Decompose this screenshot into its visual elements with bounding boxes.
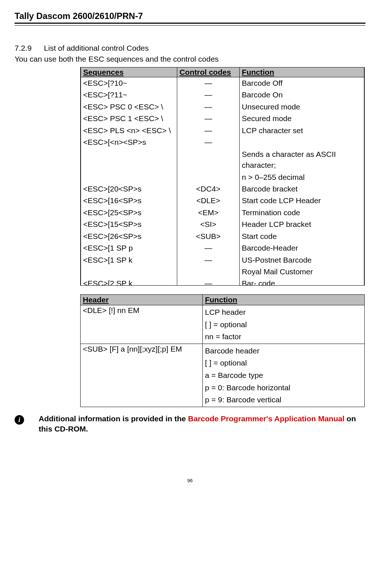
info-icon: i bbox=[15, 415, 24, 425]
control-codes-table: Sequences Control codes Function <ESC>[?… bbox=[81, 67, 364, 286]
table-row: <ESC>[1 SP p—Barcode-Header bbox=[81, 242, 364, 254]
info-note: i Additional information is provided in … bbox=[15, 414, 365, 434]
control-codes-table-wrap: Sequences Control codes Function <ESC>[?… bbox=[80, 67, 365, 286]
header-function-table: Header Function <DLE> [!] nn EM LCP head… bbox=[80, 294, 365, 407]
note-prefix: Additional information is provided in th… bbox=[39, 414, 188, 423]
header-rule bbox=[15, 23, 365, 26]
table-row: <ESC>[1 SP k—US-Postnet Barcode bbox=[81, 254, 364, 266]
table-row: <ESC>[15<SP>s<SI>Header LCP bracket bbox=[81, 218, 364, 230]
section-heading: 7.2.9 List of additional control Codes bbox=[15, 44, 365, 53]
function-cell: LCP header [ ] = optional nn = factor bbox=[202, 305, 364, 344]
col-sequences: Sequences bbox=[81, 67, 177, 77]
note-link[interactable]: Barcode Programmer's Application Manual bbox=[188, 414, 345, 423]
table-row: <ESC>[20<SP>s<DC4>Barcode bracket bbox=[81, 183, 364, 195]
table-row: <ESC>[16<SP>s<DLE>Start code LCP Header bbox=[81, 195, 364, 206]
document-header-title: Tally Dascom 2600/2610/PRN-7 bbox=[15, 11, 365, 21]
page-number: 96 bbox=[15, 478, 365, 483]
header-function-table-wrap: Header Function <DLE> [!] nn EM LCP head… bbox=[80, 294, 365, 407]
table-row: <ESC>[25<SP>s<EM>Termination code bbox=[81, 207, 364, 218]
table-row: <ESC>[26<SP>s<SUB>Start code bbox=[81, 231, 364, 242]
section-intro: You can use both the ESC sequences and t… bbox=[15, 55, 365, 63]
col-function: Function bbox=[202, 295, 364, 305]
header-cell: <DLE> [!] nn EM bbox=[81, 305, 203, 344]
table-row: n > 0–255 decimal bbox=[81, 171, 364, 183]
table-header-row: Header Function bbox=[81, 295, 365, 305]
col-header: Header bbox=[81, 295, 203, 305]
table-row: <ESC>[?11~—Barcode On bbox=[81, 89, 364, 101]
table-row: <ESC>[2 SP k—Bar- code bbox=[81, 278, 364, 286]
info-text: Additional information is provided in th… bbox=[39, 414, 365, 434]
section-number: 7.2.9 bbox=[15, 44, 32, 53]
table-row: <ESC>[<n><SP>s— bbox=[81, 136, 364, 148]
header-cell: <SUB> [F] a [nn][;xyz][;p] EM bbox=[81, 344, 203, 407]
table-row: <ESC> PLS <n> <ESC> \—LCP character set bbox=[81, 125, 364, 136]
section-title: List of additional control Codes bbox=[44, 44, 149, 52]
col-function: Function bbox=[240, 67, 364, 77]
table-header-row: Sequences Control codes Function bbox=[81, 67, 364, 77]
function-cell: Barcode header [ ] = optional a = Barcod… bbox=[202, 344, 364, 407]
col-control-codes: Control codes bbox=[177, 67, 240, 77]
table-row: <ESC>[?10~—Barcode Off bbox=[81, 77, 364, 89]
table-row: <SUB> [F] a [nn][;xyz][;p] EM Barcode he… bbox=[81, 344, 365, 407]
table-row: <DLE> [!] nn EM LCP header [ ] = optiona… bbox=[81, 305, 365, 344]
table-row: Sends a character as ASCII character; bbox=[81, 148, 364, 171]
table-row: <ESC> PSC 0 <ESC> \—Unsecured mode bbox=[81, 101, 364, 113]
table-row: Royal Mail Customer bbox=[81, 266, 364, 278]
table-row: <ESC> PSC 1 <ESC> \—Secured mode bbox=[81, 113, 364, 124]
